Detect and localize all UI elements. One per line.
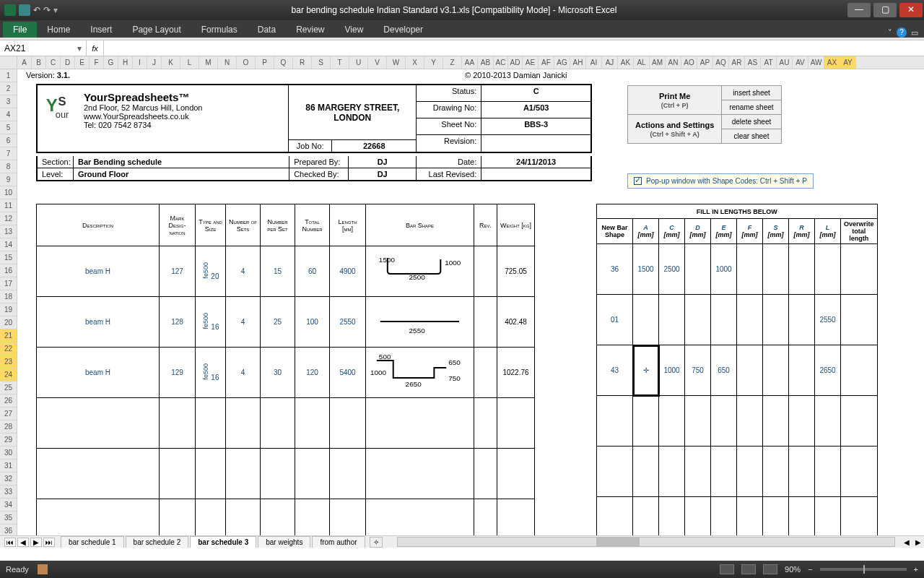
row-header[interactable]: 20 — [0, 316, 17, 329]
row-header[interactable]: 24 — [0, 368, 17, 381]
bbs-row[interactable]: beam H128 fe500 16 4251002550 2550 402.4… — [37, 297, 535, 348]
row-header[interactable]: 5 — [0, 121, 17, 134]
zoom-slider[interactable] — [820, 568, 907, 571]
col-header[interactable]: Q — [274, 56, 293, 69]
col-header[interactable]: AF — [539, 56, 554, 69]
col-header[interactable]: AC — [494, 56, 508, 69]
save-icon[interactable] — [19, 4, 30, 16]
normal-view-icon[interactable] — [720, 564, 734, 574]
redo-icon[interactable]: ↷ — [43, 5, 51, 15]
ribbon-tab[interactable]: Review — [286, 22, 334, 38]
fx-icon[interactable]: fx — [87, 40, 104, 56]
col-header[interactable]: V — [368, 56, 387, 69]
ribbon-min-icon[interactable]: ˅ — [888, 28, 892, 38]
col-header[interactable]: AN — [666, 56, 681, 69]
file-tab[interactable]: File — [3, 22, 37, 38]
page-layout-view-icon[interactable] — [741, 564, 756, 574]
col-header[interactable]: M — [199, 56, 218, 69]
col-header[interactable]: B — [32, 56, 46, 69]
row-header[interactable]: 1 — [0, 69, 17, 82]
col-header[interactable]: AU — [777, 56, 793, 69]
col-header[interactable]: C — [46, 56, 61, 69]
row-header[interactable]: 34 — [0, 499, 17, 512]
row-header[interactable]: 6 — [0, 134, 17, 147]
col-header[interactable]: S — [312, 56, 331, 69]
col-header[interactable]: AQ — [713, 56, 729, 69]
col-header[interactable]: T — [331, 56, 349, 69]
ribbon-tab[interactable]: Data — [248, 22, 286, 38]
page-break-view-icon[interactable] — [763, 564, 777, 574]
checkbox-icon[interactable] — [634, 177, 642, 185]
bbs-row[interactable] — [37, 398, 535, 449]
clear-sheet-button[interactable]: clear sheet — [722, 129, 781, 144]
sheet-tab[interactable]: bar schedule 1 — [61, 536, 124, 548]
col-header[interactable]: N — [218, 56, 237, 69]
row-header[interactable]: 2 — [0, 82, 17, 95]
row-header[interactable]: 3 — [0, 95, 17, 108]
fill-row[interactable] — [597, 396, 878, 447]
sheet-nav[interactable]: ⏮◀▶⏭ — [0, 538, 59, 547]
col-header[interactable]: AR — [729, 56, 745, 69]
row-header[interactable]: 16 — [0, 264, 17, 277]
row-header[interactable]: 23 — [0, 355, 17, 368]
row-header[interactable]: 35 — [0, 512, 17, 525]
maximize-button[interactable]: ▢ — [873, 3, 897, 17]
select-all-corner[interactable] — [0, 56, 17, 69]
col-header[interactable]: G — [104, 56, 118, 69]
print-button[interactable]: Print Me(Ctrl + P) — [628, 86, 722, 115]
help-icon[interactable]: ? — [897, 27, 907, 38]
new-sheet-icon[interactable]: ✧ — [370, 537, 383, 548]
ribbon-tab[interactable]: Formulas — [191, 22, 248, 38]
col-header[interactable]: AS — [745, 56, 761, 69]
fill-row[interactable]: 36150025001000 — [597, 244, 878, 295]
sheet-tab[interactable]: bar schedule 2 — [126, 536, 189, 548]
col-header[interactable]: AO — [681, 56, 697, 69]
rename-sheet-button[interactable]: rename sheet — [722, 100, 781, 115]
col-header[interactable]: AI — [586, 56, 602, 69]
name-box[interactable]: AX21 ▾ — [0, 40, 87, 56]
col-header[interactable]: I — [133, 56, 147, 69]
row-header[interactable]: 10 — [0, 186, 17, 199]
ribbon-tab[interactable]: Page Layout — [122, 22, 191, 38]
hscrollbar[interactable] — [397, 537, 895, 547]
row-header[interactable]: 4 — [0, 108, 17, 121]
row-header[interactable]: 19 — [0, 303, 17, 316]
macro-record-icon[interactable] — [38, 564, 48, 574]
bbs-table[interactable]: Description Mark Desig-nation Type and S… — [36, 204, 535, 542]
col-header[interactable]: P — [256, 56, 274, 69]
col-header[interactable]: L — [180, 56, 199, 69]
fill-row[interactable]: 43✛10007506502650 — [597, 345, 878, 396]
col-header[interactable]: AL — [634, 56, 650, 69]
popup-hint[interactable]: Pop-up window with Shape Codes: Ctrl + S… — [627, 173, 814, 189]
row-header[interactable]: 12 — [0, 212, 17, 225]
row-header[interactable]: 32 — [0, 473, 17, 486]
col-header[interactable]: AM — [650, 56, 666, 69]
row-header[interactable]: 11 — [0, 199, 17, 212]
col-header[interactable]: AH — [570, 56, 586, 69]
bbs-row[interactable] — [37, 449, 535, 499]
col-header[interactable]: AX — [824, 56, 840, 69]
ribbon-tab[interactable]: Developer — [373, 22, 433, 38]
row-header[interactable]: 13 — [0, 225, 17, 238]
row-header[interactable]: 29 — [0, 434, 17, 447]
col-header[interactable]: AJ — [602, 56, 618, 69]
row-header[interactable]: 17 — [0, 277, 17, 290]
row-header[interactable]: 26 — [0, 394, 17, 407]
row-header[interactable]: 15 — [0, 251, 17, 264]
col-header[interactable]: W — [387, 56, 406, 69]
col-header[interactable]: AY — [840, 56, 856, 69]
bbs-row[interactable]: beam H129 fe500 16 4301205400 5001000265… — [37, 348, 535, 398]
row-header[interactable]: 18 — [0, 290, 17, 303]
fill-row[interactable] — [597, 447, 878, 497]
col-header[interactable]: F — [90, 56, 104, 69]
col-header[interactable]: K — [162, 56, 180, 69]
sheet-tab[interactable]: bar weights — [258, 536, 310, 548]
zoom-out-icon[interactable]: − — [808, 565, 812, 574]
bbs-row[interactable]: beam H127 fe500 20 415604900 15002500100… — [37, 246, 535, 297]
undo-icon[interactable]: ↶ — [33, 5, 40, 15]
col-header[interactable]: H — [118, 56, 133, 69]
fill-row[interactable]: 012550 — [597, 295, 878, 345]
col-header[interactable]: A — [17, 56, 32, 69]
actions-button[interactable]: Actions and Settings(Ctrl + Shift + A) — [628, 115, 722, 144]
col-header[interactable]: AK — [618, 56, 634, 69]
